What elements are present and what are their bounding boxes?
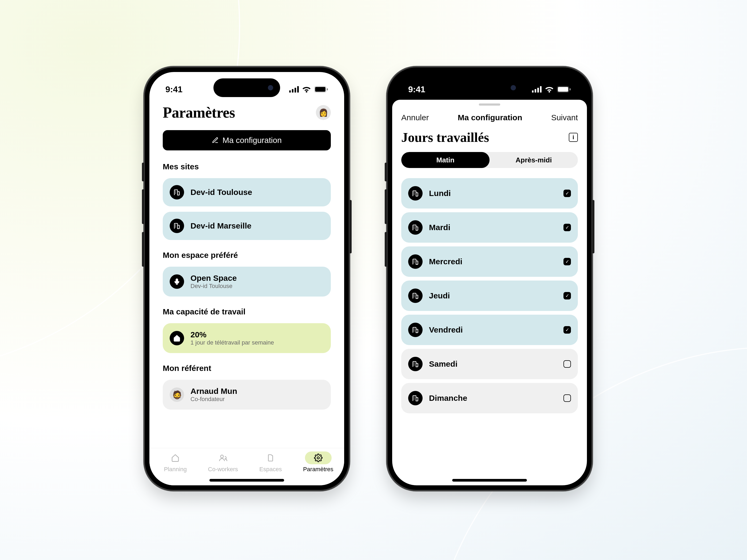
referent-item[interactable]: 🧔 Arnaud Mun Co-fondateur (163, 380, 331, 409)
day-checkbox[interactable]: ✓ (563, 258, 571, 265)
phone-settings: 9:41 Paramètres 👩 Ma configuration Mes s… (144, 67, 350, 491)
svg-rect-11 (535, 89, 536, 92)
next-button[interactable]: Suivant (551, 113, 578, 122)
phone-configuration: 9:41 Annuler Ma configuration Suivant Jo… (387, 67, 592, 491)
capacity-item[interactable]: 20% 1 jour de télétravail par semaine (163, 323, 331, 353)
tab-planning[interactable]: Planning (152, 451, 199, 485)
building-icon (408, 186, 422, 201)
door-icon (266, 454, 275, 462)
gear-icon (314, 454, 323, 462)
site-item-toulouse[interactable]: Dev-id Toulouse (163, 178, 331, 206)
svg-rect-13 (540, 86, 542, 92)
working-days-title: Jours travaillés (401, 130, 489, 145)
battery-icon (314, 86, 328, 92)
pencil-icon (212, 137, 219, 144)
svg-point-9 (317, 457, 319, 459)
building-icon (408, 255, 422, 269)
cancel-button[interactable]: Annuler (401, 113, 429, 122)
tab-parametres[interactable]: Paramètres (294, 451, 342, 485)
day-label: Lundi (429, 189, 557, 198)
day-item[interactable]: Jeudi✓ (401, 281, 578, 311)
sheet-grabber[interactable] (479, 104, 500, 106)
my-configuration-button[interactable]: Ma configuration (163, 130, 331, 151)
building-icon (408, 220, 422, 235)
svg-rect-6 (327, 88, 328, 90)
daypart-segment: Matin Après-midi (401, 152, 578, 168)
home-icon (171, 454, 180, 462)
signal-icon (532, 86, 542, 92)
svg-rect-10 (532, 90, 534, 92)
day-checkbox[interactable] (563, 360, 571, 368)
svg-rect-0 (289, 90, 291, 92)
day-item[interactable]: Samedi (401, 349, 578, 379)
day-label: Dimanche (429, 394, 557, 403)
day-item[interactable]: Mardi✓ (401, 212, 578, 243)
segment-afternoon[interactable]: Après-midi (490, 152, 578, 168)
home-icon (170, 331, 184, 345)
day-label: Mardi (429, 223, 557, 232)
battery-icon (557, 86, 571, 92)
day-checkbox[interactable] (563, 394, 571, 402)
home-indicator[interactable] (209, 479, 284, 482)
users-icon (219, 454, 227, 462)
building-icon (408, 357, 422, 371)
sites-heading: Mes sites (149, 154, 344, 176)
day-label: Samedi (429, 359, 557, 369)
status-time: 9:41 (408, 84, 425, 95)
sheet-title: Ma configuration (458, 113, 522, 122)
day-label: Vendredi (429, 325, 557, 335)
svg-rect-3 (297, 86, 299, 92)
status-time: 9:41 (165, 84, 182, 95)
day-item[interactable]: Dimanche (401, 383, 578, 413)
svg-rect-1 (292, 89, 293, 92)
building-icon (170, 219, 184, 233)
dynamic-island (456, 78, 523, 97)
building-icon (408, 289, 422, 303)
site-item-marseille[interactable]: Dev-id Marseille (163, 212, 331, 240)
day-label: Jeudi (429, 291, 557, 300)
segment-morning[interactable]: Matin (401, 152, 490, 168)
page-title: Paramètres (163, 104, 235, 121)
svg-rect-15 (558, 87, 568, 92)
day-checkbox[interactable]: ✓ (563, 190, 571, 197)
day-item[interactable]: Vendredi✓ (401, 315, 578, 345)
svg-rect-16 (570, 88, 571, 90)
dynamic-island (213, 78, 280, 97)
building-icon (170, 185, 184, 199)
day-checkbox[interactable]: ✓ (563, 224, 571, 231)
building-icon (408, 391, 422, 405)
svg-rect-5 (315, 87, 326, 92)
day-item[interactable]: Lundi✓ (401, 178, 578, 209)
space-heading: Mon espace préféré (149, 243, 344, 264)
referent-avatar: 🧔 (170, 388, 184, 402)
svg-rect-12 (537, 88, 539, 92)
home-indicator[interactable] (452, 479, 527, 482)
referent-heading: Mon référent (149, 356, 344, 377)
svg-rect-2 (294, 88, 296, 92)
microphone-icon (170, 274, 184, 289)
signal-icon (289, 86, 299, 92)
wifi-icon (545, 86, 554, 92)
preferred-space-item[interactable]: Open Space Dev-id Toulouse (163, 267, 331, 296)
info-icon[interactable]: i (569, 133, 578, 142)
day-item[interactable]: Mercredi✓ (401, 246, 578, 277)
day-label: Mercredi (429, 257, 557, 266)
capacity-heading: Ma capacité de travail (149, 299, 344, 321)
day-checkbox[interactable]: ✓ (563, 292, 571, 299)
day-checkbox[interactable]: ✓ (563, 326, 571, 334)
building-icon (408, 323, 422, 337)
profile-avatar[interactable]: 👩 (316, 105, 331, 120)
svg-point-8 (221, 455, 223, 458)
wifi-icon (302, 86, 311, 92)
